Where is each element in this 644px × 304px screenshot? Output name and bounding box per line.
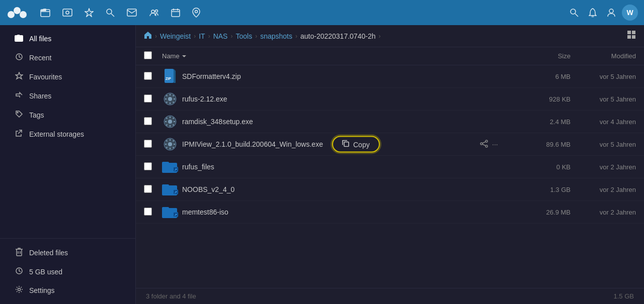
user-menu-icon[interactable] — [603, 4, 620, 21]
row-checkbox[interactable] — [144, 72, 152, 80]
svg-text:↗: ↗ — [174, 213, 177, 217]
row-checkbox[interactable] — [144, 162, 152, 170]
more-action-icon[interactable]: ··· — [492, 185, 498, 193]
row-checkbox-wrapper[interactable] — [144, 140, 162, 149]
sidebar-item-storage-used[interactable]: 5 GB used — [4, 263, 131, 281]
file-icon-folder-shared: ↗ — [162, 159, 178, 175]
nav-maps-icon[interactable] — [188, 4, 204, 22]
share-action-icon[interactable] — [480, 72, 488, 81]
table-row[interactable]: IPMIView_2.1.0_build.200604_Win_lows.exe… — [136, 133, 644, 156]
breadcrumb-sep-0: › — [155, 33, 157, 40]
row-checkbox[interactable] — [144, 185, 152, 193]
sidebar-label-all-files: All files — [29, 35, 51, 43]
file-name-label: rufus-2.12.exe — [182, 95, 227, 103]
svg-point-24 — [17, 112, 18, 113]
row-checkbox-wrapper[interactable] — [144, 208, 162, 217]
sidebar-item-all-files[interactable]: All files — [4, 30, 131, 48]
row-checkbox-wrapper[interactable] — [144, 162, 162, 172]
more-action-icon[interactable]: ··· — [492, 95, 498, 103]
svg-line-25 — [18, 130, 22, 134]
svg-point-1 — [8, 11, 15, 18]
row-checkbox[interactable] — [144, 140, 152, 148]
svg-line-55 — [482, 119, 486, 121]
more-action-icon[interactable]: ··· — [492, 140, 498, 148]
nav-activity-icon[interactable] — [80, 4, 98, 21]
sidebar-item-settings[interactable]: Settings — [4, 281, 131, 299]
file-name-col: ↗ NOOBS_v2_4_0 — [162, 181, 480, 197]
share-action-icon[interactable] — [480, 140, 488, 149]
col-header-modified: Modified — [571, 52, 636, 60]
more-action-icon[interactable]: ··· — [492, 163, 498, 171]
svg-point-17 — [571, 9, 576, 14]
breadcrumb-snapshots[interactable]: snapshots — [260, 32, 292, 40]
sidebar-item-external-storages[interactable]: External storages — [4, 125, 131, 143]
nav-mail-icon[interactable] — [123, 5, 141, 21]
table-row[interactable]: ↗ rufus_files · — [136, 156, 644, 178]
breadcrumb-it[interactable]: IT — [199, 32, 205, 40]
svg-line-48 — [482, 96, 486, 98]
svg-rect-36 — [174, 71, 176, 83]
file-size: 0 KB — [520, 163, 571, 171]
share-action-icon[interactable] — [480, 208, 488, 217]
svg-point-39 — [480, 75, 482, 77]
grid-toggle-button[interactable] — [627, 30, 636, 42]
main-layout: All files Recent Favourites — [0, 25, 644, 304]
nav-contacts-icon[interactable] — [145, 4, 163, 21]
more-action-icon[interactable]: ··· — [492, 118, 498, 126]
copy-popup[interactable]: Copy — [332, 136, 380, 153]
svg-point-38 — [486, 72, 488, 74]
row-checkbox[interactable] — [144, 94, 152, 103]
select-all-checkbox[interactable] — [144, 51, 152, 59]
sidebar-item-shares[interactable]: Shares — [4, 87, 131, 105]
breadcrumb-tools[interactable]: Tools — [235, 32, 252, 40]
row-checkbox[interactable] — [144, 208, 152, 216]
nav-files-icon[interactable] — [36, 4, 54, 21]
sidebar-item-tags[interactable]: Tags — [4, 106, 131, 124]
select-all-check[interactable] — [144, 51, 162, 61]
svg-point-58 — [168, 142, 172, 146]
more-action-icon[interactable]: ··· — [492, 208, 498, 216]
table-row[interactable]: ↗ NOOBS_v2_4_0 — [136, 178, 644, 201]
col-header-name[interactable]: Name — [162, 52, 480, 60]
breadcrumb-nas[interactable]: NAS — [213, 32, 228, 40]
svg-line-41 — [482, 74, 486, 75]
sort-icon — [182, 54, 187, 59]
share-action-icon[interactable] — [480, 117, 488, 127]
nav-photos-icon[interactable] — [58, 4, 76, 21]
tags-icon — [14, 110, 24, 120]
file-name-label: SDFormatterv4.zip — [182, 72, 241, 80]
file-icon-exe — [162, 91, 178, 107]
nav-search-icon[interactable] — [102, 4, 119, 21]
sidebar-divider — [0, 144, 135, 238]
breadcrumb-weingeist[interactable]: Weingeist — [160, 32, 191, 40]
share-action-icon[interactable] — [480, 162, 488, 172]
notifications-icon[interactable] — [585, 4, 601, 21]
file-modified: vor 2 Jahren — [571, 163, 636, 171]
breadcrumb-current: auto-20220317.0740-2h — [300, 32, 375, 40]
row-checkbox-wrapper[interactable] — [144, 185, 162, 194]
table-row[interactable]: ZIP SDFormatterv4.zip — [136, 65, 644, 88]
user-avatar[interactable]: W — [622, 5, 638, 21]
svg-rect-30 — [627, 31, 631, 34]
table-row[interactable]: ↗ memtest86-iso — [136, 201, 644, 224]
row-checkbox-wrapper[interactable] — [144, 72, 162, 81]
more-action-icon[interactable]: ··· — [492, 72, 498, 80]
global-search-icon[interactable] — [566, 4, 583, 21]
sidebar-item-deleted-files[interactable]: Deleted files — [4, 243, 131, 262]
sidebar-item-recent[interactable]: Recent — [4, 49, 131, 67]
row-checkbox-wrapper[interactable] — [144, 117, 162, 127]
table-row[interactable]: ramdisk_348setup.exe ··· 2.4 MB — [136, 111, 644, 133]
app-logo[interactable] — [6, 4, 28, 22]
breadcrumb-home[interactable] — [144, 31, 152, 41]
row-checkbox-wrapper[interactable] — [144, 94, 162, 104]
share-action-icon[interactable] — [480, 185, 488, 194]
sidebar-label-deleted-files: Deleted files — [29, 249, 68, 257]
table-row[interactable]: rufus-2.12.exe ··· 928 KB — [136, 88, 644, 111]
share-action-icon[interactable] — [480, 94, 488, 104]
row-checkbox[interactable] — [144, 117, 152, 125]
sidebar-item-favourites[interactable]: Favourites — [4, 68, 131, 86]
svg-rect-35 — [165, 69, 174, 83]
nav-calendar-icon[interactable] — [167, 4, 184, 21]
file-name-label: memtest86-iso — [182, 208, 228, 216]
file-modified: vor 5 Jahren — [571, 95, 636, 103]
